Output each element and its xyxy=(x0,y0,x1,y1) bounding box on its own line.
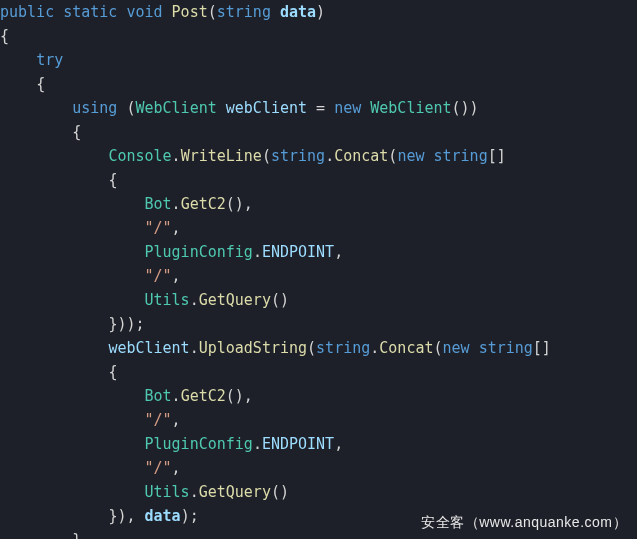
prop-endpoint: ENDPOINT xyxy=(262,243,334,261)
var-webclient: webClient xyxy=(226,99,307,117)
str-slash: "/" xyxy=(145,411,172,429)
str-slash: "/" xyxy=(145,459,172,477)
param-data: data xyxy=(280,3,316,21)
mth-writeline: WriteLine xyxy=(181,147,262,165)
kw-new: new xyxy=(443,339,470,357)
brace: { xyxy=(36,75,45,93)
kw-public: public xyxy=(0,3,54,21)
fn-name: Post xyxy=(172,3,208,21)
type-string: string xyxy=(217,3,271,21)
type-string: string xyxy=(479,339,533,357)
var-webclient: webClient xyxy=(108,339,189,357)
brace: { xyxy=(108,171,117,189)
watermark-brand: 安全客 xyxy=(421,514,465,530)
type-utils: Utils xyxy=(145,291,190,309)
type-string: string xyxy=(316,339,370,357)
type-webclient: WebClient xyxy=(370,99,451,117)
type-utils: Utils xyxy=(145,483,190,501)
brace: { xyxy=(72,123,81,141)
brace: { xyxy=(108,363,117,381)
mth-getc2: GetC2 xyxy=(181,195,226,213)
code-block: public static void Post(string data) { t… xyxy=(0,0,637,539)
mth-concat: Concat xyxy=(379,339,433,357)
kw-new: new xyxy=(397,147,424,165)
brace: { xyxy=(0,27,9,45)
mth-getquery: GetQuery xyxy=(199,291,271,309)
kw-new: new xyxy=(334,99,361,117)
brace: })) xyxy=(108,315,135,333)
watermark-url: www.anquanke.com xyxy=(479,514,612,530)
type-bot: Bot xyxy=(145,195,172,213)
type-webclient: WebClient xyxy=(135,99,216,117)
param-data-use: data xyxy=(145,507,181,525)
kw-void: void xyxy=(126,3,162,21)
type-bot: Bot xyxy=(145,387,172,405)
mth-getquery: GetQuery xyxy=(199,483,271,501)
type-pluginconfig: PluginConfig xyxy=(145,435,253,453)
kw-try: try xyxy=(36,51,63,69)
watermark: 安全客（www.anquanke.com） xyxy=(421,511,627,533)
kw-static: static xyxy=(63,3,117,21)
type-string: string xyxy=(434,147,488,165)
prop-endpoint: ENDPOINT xyxy=(262,435,334,453)
str-slash: "/" xyxy=(145,219,172,237)
type-console: Console xyxy=(108,147,171,165)
mth-concat: Concat xyxy=(334,147,388,165)
brace: } xyxy=(72,531,81,539)
mth-uploadstring: UploadString xyxy=(199,339,307,357)
str-slash: "/" xyxy=(145,267,172,285)
type-pluginconfig: PluginConfig xyxy=(145,243,253,261)
mth-getc2: GetC2 xyxy=(181,387,226,405)
kw-using: using xyxy=(72,99,117,117)
brace: }), xyxy=(108,507,144,525)
type-string: string xyxy=(271,147,325,165)
